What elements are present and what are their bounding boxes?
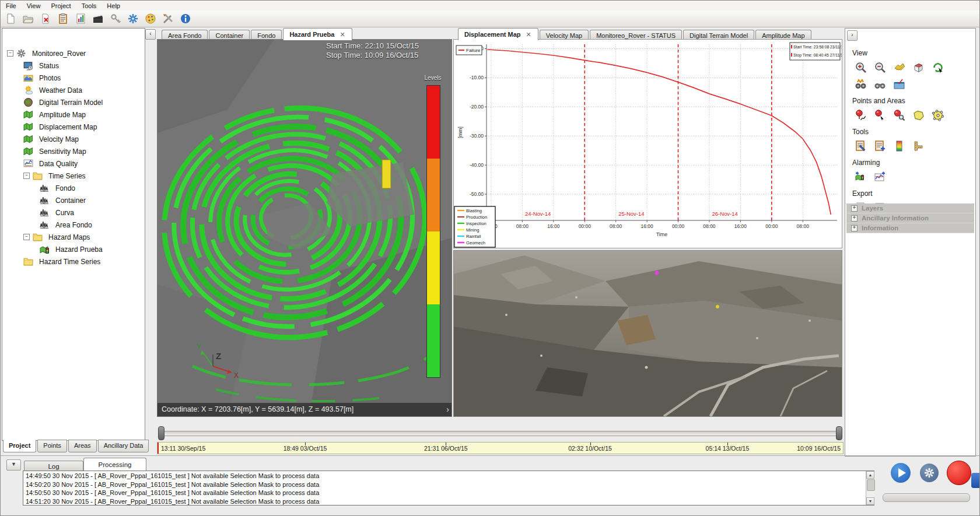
binoculars-orange-button[interactable] — [852, 76, 869, 92]
tree-item-velocity-map[interactable]: Velocity Map — [2, 133, 145, 145]
tree-item-data-quality[interactable]: Data Quality — [2, 157, 145, 170]
close-tab-icon[interactable]: ✕ — [526, 31, 532, 38]
tree-item-hazard-maps[interactable]: −Hazard Maps — [2, 231, 145, 243]
timeline-handle-left[interactable] — [158, 426, 164, 440]
log-scrollbar[interactable]: ▲ ▼ — [866, 471, 874, 505]
left-tab-points[interactable]: Points — [37, 440, 67, 452]
collapsed-sections: +Layers+Ancillary Information+Informatio… — [846, 203, 974, 233]
zoom-in-button[interactable] — [852, 59, 869, 75]
menu-tools[interactable]: Tools — [76, 2, 102, 10]
log-list[interactable]: 14:49:50 30 Nov 2015 - [ AB_Rover_Pppal_… — [23, 471, 874, 506]
area-create-button[interactable] — [910, 107, 926, 122]
menu-help[interactable]: Help — [102, 2, 125, 10]
report-edit-button[interactable] — [852, 138, 869, 153]
expand-plus-icon[interactable]: + — [851, 225, 858, 231]
bottom-scrollbar[interactable] — [883, 493, 970, 502]
tree-item-hazard-prueba[interactable]: Hazard Prueba — [2, 243, 145, 255]
settings-gear-button[interactable] — [125, 11, 141, 27]
svg-text:08:00: 08:00 — [516, 223, 529, 229]
left-tab-areas[interactable]: Areas — [68, 440, 97, 452]
tools-button[interactable] — [160, 11, 176, 27]
tree-item-monitoreo-rover[interactable]: −Monitoreo_Rover — [2, 47, 145, 59]
tree-expander-icon[interactable]: − — [23, 173, 30, 179]
record-button[interactable] — [947, 461, 971, 485]
zoom-out-button[interactable] — [872, 59, 888, 75]
tool-row — [852, 138, 970, 153]
processing-settings-button[interactable] — [920, 464, 939, 482]
report-add-button[interactable] — [872, 138, 888, 153]
collapsed-section-ancillary-information[interactable]: +Ancillary Information — [846, 213, 974, 223]
rotate-view-button[interactable] — [929, 59, 946, 75]
tree-item-displacement-map[interactable]: Displacement Map — [2, 121, 145, 133]
chart-tab-displacement-map[interactable]: Displacement Map✕ — [458, 28, 538, 40]
open-folder-button[interactable] — [20, 11, 36, 27]
new-file-button[interactable] — [2, 11, 19, 27]
scroll-down-icon[interactable]: ▼ — [866, 497, 874, 505]
menu-file[interactable]: File — [1, 2, 22, 10]
log-collapse-button[interactable]: ▼ — [6, 459, 21, 471]
expand-plus-icon[interactable]: + — [851, 215, 858, 222]
point-select-button[interactable] — [872, 107, 888, 122]
hazard-alarm-button[interactable] — [852, 169, 869, 184]
expand-plus-icon[interactable]: + — [851, 205, 858, 212]
timeline-track[interactable] — [158, 431, 842, 436]
tree-item-area-fondo[interactable]: Area Fondo — [2, 219, 145, 231]
play-button[interactable] — [891, 463, 911, 483]
tree-expander-icon[interactable]: − — [23, 234, 30, 240]
tree-expander-icon[interactable]: − — [7, 50, 13, 57]
tree-item-curva[interactable]: Curva — [2, 206, 145, 219]
collapsed-section-layers[interactable]: +Layers — [846, 203, 974, 213]
left-tab-ancillary-data[interactable]: Ancillary Data — [98, 440, 149, 452]
key-button[interactable] — [107, 11, 124, 27]
alarm-graph-button[interactable] — [872, 169, 888, 184]
measure-button[interactable] — [910, 138, 926, 153]
movie-button[interactable] — [90, 11, 106, 27]
log-tab-bar: LogProcessing — [24, 458, 146, 470]
tab-label: Digital Terrain Model — [690, 32, 748, 39]
collapsed-section-information[interactable]: +Information — [846, 223, 974, 233]
log-tab-processing[interactable]: Processing — [83, 458, 146, 471]
tree-item-photos[interactable]: Photos — [2, 72, 145, 84]
tree-item-fondo[interactable]: Fondo — [2, 182, 145, 194]
expand-right-panel-button[interactable]: › — [847, 30, 858, 41]
color-scale-button[interactable] — [891, 138, 907, 153]
delete-file-button[interactable] — [37, 11, 54, 27]
menu-project[interactable]: Project — [46, 2, 76, 10]
hazard-alarm-icon — [855, 171, 867, 183]
info-button[interactable] — [177, 11, 194, 27]
tree-item-digital-terrain-model[interactable]: Digital Terrain Model — [2, 96, 145, 108]
close-tab-icon[interactable]: ✕ — [339, 31, 345, 38]
binoculars-gray-button[interactable] — [872, 76, 888, 92]
palette-button[interactable] — [142, 11, 159, 27]
scroll-thumb[interactable] — [867, 479, 875, 491]
waveform-icon — [40, 195, 50, 205]
tree-item-label: Container — [55, 196, 86, 205]
menu-view[interactable]: View — [22, 2, 46, 10]
viewer-tab-hazard-prueba[interactable]: Hazard Prueba✕ — [283, 28, 352, 40]
tree-item-weather-data[interactable]: Weather Data — [2, 84, 145, 96]
collapse-left-panel-button[interactable]: ‹ — [145, 29, 156, 40]
tree-item-status[interactable]: Status — [2, 59, 145, 72]
tree-item-container[interactable]: Container — [2, 194, 145, 206]
open-folder-icon — [22, 13, 34, 24]
tree-item-sensitivity-map[interactable]: Sensitivity Map — [2, 145, 145, 157]
point-select-icon — [874, 109, 886, 121]
scroll-up-icon[interactable]: ▲ — [866, 471, 874, 479]
report-button[interactable] — [55, 11, 71, 27]
point-analysis-button[interactable] — [852, 107, 869, 122]
edge-widget-icon[interactable] — [971, 473, 980, 488]
corner-chevron-icon[interactable]: › — [446, 403, 449, 416]
point-search-button[interactable] — [891, 107, 907, 122]
cube-button[interactable] — [910, 59, 926, 75]
tree-item-time-series[interactable]: −Time Series — [2, 170, 145, 182]
timeline-handle-right[interactable] — [836, 426, 842, 440]
levels-label: Levels — [421, 75, 444, 81]
chart-report-button[interactable] — [72, 11, 89, 27]
area-edit-button[interactable] — [929, 107, 946, 122]
tree-item-amplitude-map[interactable]: Amplitude Map — [2, 108, 145, 121]
pit-3d-render: Y Z X — [158, 40, 452, 416]
view-3d-button[interactable] — [891, 59, 907, 75]
left-tab-project[interactable]: Project — [3, 440, 36, 452]
tree-item-hazard-time-series[interactable]: Hazard Time Series — [2, 255, 145, 268]
water-level-button[interactable] — [891, 76, 907, 92]
